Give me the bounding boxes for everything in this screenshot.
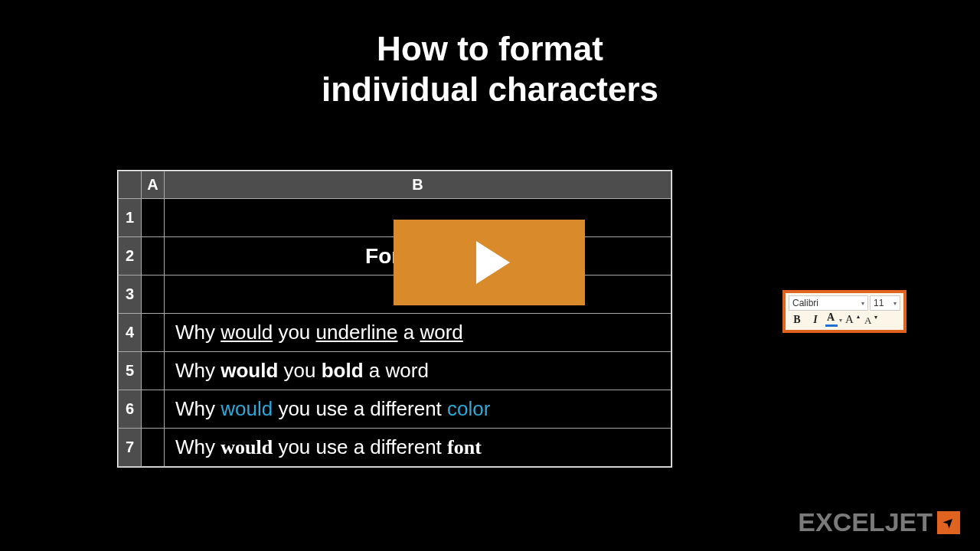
cell-A2[interactable] xyxy=(142,237,165,276)
column-header-A[interactable]: A xyxy=(142,171,165,199)
bold-button[interactable]: B xyxy=(789,312,805,328)
brand-logo: EXCELJET xyxy=(798,507,960,537)
column-header-B[interactable]: B xyxy=(165,171,671,199)
font-name-value: Calibri xyxy=(792,298,818,308)
shrink-font-icon: A ▾ xyxy=(863,313,878,327)
cell-A4[interactable] xyxy=(142,314,165,352)
shrink-font-button[interactable]: A ▾ xyxy=(862,312,879,328)
cell-B6[interactable]: Why would you use a different color xyxy=(165,390,671,429)
play-icon xyxy=(476,241,510,284)
chevron-down-icon: ▾ xyxy=(839,317,842,324)
play-button[interactable] xyxy=(394,220,585,305)
title-line2: individual characters xyxy=(0,70,980,110)
row-header-3[interactable]: 3 xyxy=(119,276,142,314)
chevron-down-icon: ▾ xyxy=(861,300,864,307)
cell-A7[interactable] xyxy=(142,429,165,467)
italic-button[interactable]: I xyxy=(807,312,824,328)
grow-font-button[interactable]: A ▴ xyxy=(844,312,861,328)
row-header-4[interactable]: 4 xyxy=(119,314,142,352)
row-header-7[interactable]: 7 xyxy=(119,429,142,467)
font-color-button[interactable]: A ▾ xyxy=(825,312,842,328)
row-header-2[interactable]: 2 xyxy=(119,237,142,276)
cell-A3[interactable] xyxy=(142,276,165,314)
cell-A1[interactable] xyxy=(142,199,165,237)
font-size-value: 11 xyxy=(874,298,884,308)
chevron-down-icon: ▾ xyxy=(893,300,897,307)
cell-B7[interactable]: Why would you use a different font xyxy=(165,429,671,467)
brand-logo-text: EXCELJET xyxy=(798,507,933,537)
row-header-6[interactable]: 6 xyxy=(119,390,142,429)
select-all-cell[interactable] xyxy=(119,171,142,199)
grow-font-icon: A ▴ xyxy=(844,313,860,327)
cell-B4[interactable]: Why would you underline a word xyxy=(165,314,671,352)
font-color-icon: A xyxy=(825,313,838,327)
font-name-dropdown[interactable]: Calibri ▾ xyxy=(789,295,868,311)
title-line1: How to format xyxy=(0,29,980,70)
page-title: How to format individual characters xyxy=(0,0,980,110)
cell-A5[interactable] xyxy=(142,352,165,390)
mini-toolbar: Calibri ▾ 11 ▾ B I A ▾ A ▴ xyxy=(782,290,906,333)
brand-logo-icon xyxy=(937,511,960,534)
font-size-dropdown[interactable]: 11 ▾ xyxy=(870,295,900,311)
cell-A6[interactable] xyxy=(142,390,165,429)
row-header-1[interactable]: 1 xyxy=(119,199,142,237)
spreadsheet: A B 1 2 Formating 3 4 Why would you unde… xyxy=(117,170,672,468)
cell-B5[interactable]: Why would you bold a word xyxy=(165,352,671,390)
row-header-5[interactable]: 5 xyxy=(119,352,142,390)
